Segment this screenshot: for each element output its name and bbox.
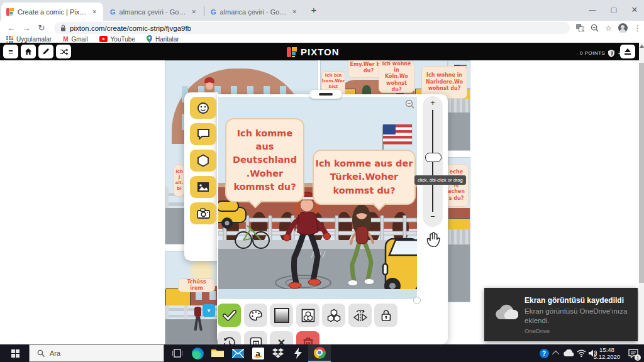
fill-gradient-button[interactable]: [270, 304, 293, 327]
bolt-app-button[interactable]: [288, 344, 308, 362]
tab-close-icon[interactable]: ✕: [190, 8, 197, 16]
bookmark-gmail[interactable]: M Gmail: [63, 36, 87, 43]
yellow-bus: [448, 218, 470, 230]
apps-grid-icon: [6, 36, 13, 43]
add-image-button[interactable]: [190, 176, 216, 198]
edge-button[interactable]: [187, 344, 208, 362]
profile-avatar[interactable]: [618, 23, 628, 33]
onedrive-cloud-icon: [494, 304, 518, 321]
slider-handle[interactable]: [425, 153, 441, 162]
chrome-button[interactable]: [308, 344, 331, 362]
add-photo-button[interactable]: [190, 202, 216, 224]
help-tray-button[interactable]: ?: [536, 344, 552, 362]
pixton-logo-text: PIXTON: [301, 47, 340, 57]
resize-handle[interactable]: [413, 297, 421, 304]
close-button[interactable]: ✕: [624, 0, 644, 19]
start-button[interactable]: [3, 344, 28, 362]
onedrive-notification[interactable]: Ekran görüntüsü kaydedildi Ekran görüntü…: [484, 288, 638, 341]
pan-hand-icon[interactable]: [426, 231, 441, 247]
edit-pencil-button[interactable]: [38, 45, 53, 58]
new-tab-button[interactable]: +: [306, 0, 322, 19]
scrollbar-thumb[interactable]: [639, 63, 644, 283]
bookmark-maps[interactable]: Haritalar: [147, 35, 179, 43]
zoom-out-canvas-icon[interactable]: [405, 99, 414, 109]
back-icon[interactable]: ←: [4, 23, 19, 33]
bookmark-star-icon[interactable]: ☆: [605, 24, 612, 33]
mail-button[interactable]: [228, 344, 248, 362]
menu-dots-icon[interactable]: ⋮: [634, 24, 641, 33]
maps-pin-icon: [147, 35, 152, 43]
color-palette-button[interactable]: [244, 304, 267, 327]
search-icon: [37, 349, 45, 357]
refresh-icon[interactable]: ↻: [34, 23, 49, 33]
delete-panel-button[interactable]: [244, 331, 267, 344]
page-scrollbar[interactable]: [639, 43, 644, 344]
dropbox-button[interactable]: [268, 344, 288, 362]
windows-logo-icon: [11, 349, 19, 358]
minimize-button[interactable]: —: [582, 0, 603, 19]
address-bar[interactable]: pixton.com/create/comic-strip/fjvga9fb: [54, 22, 570, 34]
panel-drag-handle[interactable]: [309, 90, 342, 99]
bookmark-label: YouTube: [111, 36, 135, 43]
trash-box-icon: [250, 337, 262, 345]
bookmark-youtube[interactable]: YouTube: [99, 36, 135, 43]
add-speech-bubble-button[interactable]: [190, 123, 216, 145]
lightning-icon: [294, 348, 302, 359]
zoom-in-label[interactable]: +: [423, 98, 443, 107]
speech-bubble-tuerkei[interactable]: Ich komme aus der Türkei.Woher kommst du…: [313, 150, 416, 205]
menu-hamburger-button[interactable]: ≡: [3, 45, 18, 58]
trash-icon: [303, 337, 314, 345]
scroll-up-icon[interactable]: [640, 45, 644, 48]
translate-icon[interactable]: G: [576, 24, 584, 32]
onedrive-tray-button[interactable]: [561, 344, 576, 362]
palette-icon: [249, 309, 262, 321]
shuffle-button[interactable]: [56, 45, 71, 58]
taskbar-clock[interactable]: 15:48 5.12.2020: [589, 346, 625, 361]
tab-pixton[interactable]: Create a comic | Pixton for Fun ✕: [1, 3, 103, 21]
youtube-icon: [99, 36, 108, 42]
dropbox-icon: [272, 348, 284, 358]
eject-button[interactable]: [620, 45, 635, 58]
group-shapes-button[interactable]: [322, 304, 345, 327]
taskbar-search[interactable]: Ara: [29, 344, 164, 362]
remove-button[interactable]: ✕: [270, 331, 293, 344]
bookmark-apps[interactable]: Uygulamalar: [6, 36, 52, 43]
speech-bubble-icon: [197, 128, 210, 140]
amazon-button[interactable]: a: [248, 344, 268, 362]
collapse-button[interactable]: ▾: [203, 304, 215, 317]
add-shape-button[interactable]: [190, 150, 216, 172]
background-shapes-button[interactable]: [296, 304, 319, 327]
zoom-out-label[interactable]: −: [423, 212, 443, 221]
hexagon-icon: [197, 154, 209, 167]
character-face: [206, 82, 213, 90]
home-button[interactable]: [21, 45, 36, 58]
bg-bubble-fragment-left: Ich J alt. bi: [174, 164, 185, 197]
tab-strip: Create a comic | Pixton for Fun ✕ G alma…: [0, 0, 644, 21]
confirm-button[interactable]: [218, 304, 241, 327]
hexagon-cluster-icon: [326, 309, 341, 322]
action-center-button[interactable]: 1: [625, 344, 641, 362]
tab-title: almanca çeviri - Google'da Ara: [119, 8, 187, 16]
forward-icon[interactable]: →: [19, 23, 34, 33]
add-character-button[interactable]: [190, 97, 216, 119]
history-undo-button[interactable]: [218, 331, 241, 344]
help-icon: ?: [540, 349, 549, 358]
tab-google-2[interactable]: G almanca çeviri - Google'da Ara ✕: [206, 3, 303, 21]
zoom-out-icon[interactable]: [591, 24, 599, 32]
lock-button[interactable]: [374, 304, 397, 327]
screen: Create a comic | Pixton for Fun ✕ G alma…: [0, 0, 644, 362]
tab-close-icon[interactable]: ✕: [291, 8, 298, 16]
file-explorer-button[interactable]: [208, 344, 228, 362]
tab-close-icon[interactable]: ✕: [91, 8, 98, 16]
flip-icon: [353, 309, 368, 322]
maximize-button[interactable]: ▢: [603, 0, 625, 19]
tab-separator: [204, 6, 204, 16]
tab-google-1[interactable]: G almanca çeviri - Google'da Ara ✕: [105, 3, 203, 21]
speech-bubble-deutschland[interactable]: Ich komme aus Deutschland .Woher kommst …: [225, 118, 304, 202]
zoom-slider[interactable]: + −: [423, 96, 443, 227]
pixton-logo: PIXTON: [287, 47, 340, 57]
task-view-button[interactable]: [167, 344, 187, 362]
flip-horizontal-button[interactable]: [348, 304, 372, 327]
delete-button[interactable]: [296, 331, 319, 344]
tab-title: Create a comic | Pixton for Fun: [18, 8, 87, 16]
